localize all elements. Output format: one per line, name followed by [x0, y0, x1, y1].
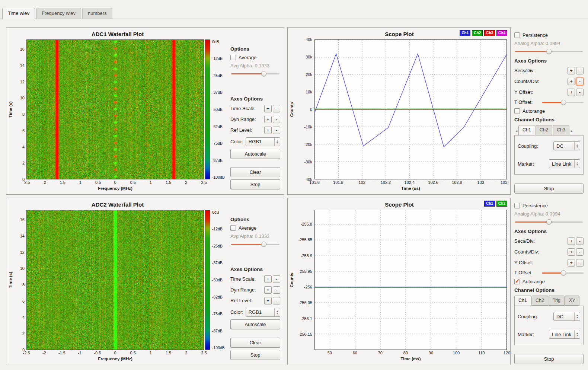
tick-label: 12 — [20, 250, 25, 255]
spinner-arrows-icon[interactable]: ▲▼ — [274, 138, 280, 146]
scope-stop-button[interactable]: Stop — [514, 184, 584, 194]
spinner-arrows-icon[interactable]: ▲▼ — [574, 160, 580, 168]
adc2-waterfall-title: ADC2 Waterfall Plot — [7, 199, 228, 210]
y-offset-plus-button[interactable]: + — [568, 259, 575, 267]
secs-div-minus-button[interactable]: - — [576, 237, 584, 245]
secs-div-plus-button[interactable]: + — [568, 67, 575, 74]
tab-scroll-left-icon[interactable]: ◂ — [514, 129, 518, 135]
scope1-plot[interactable] — [315, 40, 506, 179]
autoscale-button[interactable]: Autoscale — [230, 149, 280, 159]
adc1-waterfall-title: ADC1 Waterfall Plot — [7, 28, 228, 39]
t-offset-slider[interactable] — [542, 99, 584, 105]
marker-select[interactable]: Line Link ▲▼ — [549, 159, 580, 168]
color-label: Color: — [230, 139, 243, 144]
dyn-range-minus-button[interactable]: - — [273, 286, 280, 294]
spinner-arrows-icon[interactable]: ▲▼ — [574, 330, 580, 338]
tab-numbers[interactable]: numbers — [82, 8, 112, 19]
y-offset-minus-button[interactable]: - — [576, 259, 584, 267]
scope1-x-ticks: 101.6101.8102102.2102.4102.6102.8103103. — [314, 179, 507, 185]
tick-label: 103 — [477, 180, 484, 185]
slider-fill — [542, 102, 563, 103]
tab-time-view[interactable]: Time wiev — [2, 8, 35, 19]
slider-thumb[interactable] — [261, 71, 266, 76]
channel-tab-ch1[interactable]: Ch1 — [514, 296, 531, 306]
y-offset-plus-button[interactable]: + — [568, 89, 575, 96]
stop-button[interactable]: Stop — [230, 350, 280, 360]
average-label: Average — [239, 225, 256, 231]
scope-stop-button[interactable]: Stop — [514, 354, 584, 364]
persistence-checkbox[interactable] — [514, 32, 520, 38]
channel-tab-xy[interactable]: XY — [565, 296, 579, 306]
spinner-arrows-icon[interactable]: ▲▼ — [274, 308, 280, 316]
adc2-waterfall-canvas[interactable] — [27, 210, 204, 350]
dyn-range-minus-button[interactable]: - — [273, 116, 280, 123]
stop-button[interactable]: Stop — [230, 179, 280, 189]
autorange-checkbox[interactable] — [514, 279, 520, 284]
average-checkbox[interactable] — [230, 225, 236, 231]
tick-label: -20k — [304, 142, 312, 147]
counts-div-minus-button[interactable]: - — [576, 248, 584, 256]
avg-alpha-slider[interactable] — [231, 241, 279, 247]
tick-label: 1 — [150, 180, 152, 185]
clear-button[interactable]: Clear — [230, 338, 280, 348]
colorbar-label: -62dB — [212, 124, 223, 129]
tick-label: 10 — [20, 96, 25, 100]
slider-thumb[interactable] — [561, 100, 566, 105]
tick-label: 4 — [22, 145, 25, 149]
slider-thumb[interactable] — [546, 219, 552, 224]
time-scale-minus-button[interactable]: - — [273, 105, 280, 112]
adc1-waterfall-canvas[interactable] — [27, 40, 204, 179]
channel-tab-ch2[interactable]: Ch2 — [531, 296, 548, 306]
ref-level-plus-button[interactable]: + — [264, 297, 272, 304]
channel-options-heading: Channel Options — [514, 117, 584, 122]
slider-thumb[interactable] — [561, 270, 566, 275]
coupling-select[interactable]: DC ▲▼ — [553, 312, 580, 321]
average-checkbox[interactable] — [230, 55, 236, 60]
scope2-plot[interactable] — [315, 210, 506, 350]
tick-label: 1.5 — [166, 351, 171, 355]
channel-tab-ch2[interactable]: Ch2 — [536, 125, 552, 135]
slider-thumb[interactable] — [261, 242, 266, 247]
avg-alpha-label: Avg Alpha: 0.1333 — [230, 63, 280, 68]
tab-scroll-right-icon[interactable]: ▸ — [570, 129, 574, 135]
autoscale-button[interactable]: Autoscale — [230, 319, 280, 329]
color-select[interactable]: RGB1 ▲▼ — [246, 137, 280, 146]
channel-tab-ch1[interactable]: Ch1 — [518, 125, 535, 135]
analog-alpha-slider[interactable] — [515, 219, 583, 225]
dyn-range-plus-button[interactable]: + — [264, 286, 272, 294]
spinner-arrows-icon[interactable]: ▲▼ — [574, 312, 580, 320]
tab-frequency-view[interactable]: Frequency wiev — [36, 8, 81, 19]
tick-label: 102.4 — [405, 180, 415, 185]
secs-div-minus-button[interactable]: - — [576, 67, 584, 74]
color-select[interactable]: RGB1 ▲▼ — [246, 308, 280, 317]
legend-chip-ch1: Ch1 — [460, 30, 470, 36]
clear-button[interactable]: Clear — [230, 167, 280, 177]
counts-div-minus-button[interactable]: - — [576, 78, 584, 85]
secs-div-plus-button[interactable]: + — [568, 237, 575, 245]
time-scale-minus-button[interactable]: - — [273, 275, 280, 283]
spinner-arrows-icon[interactable]: ▲▼ — [574, 142, 580, 150]
y-offset-minus-button[interactable]: - — [576, 89, 584, 96]
dyn-range-label: Dyn Range: — [230, 287, 256, 293]
counts-div-plus-button[interactable]: + — [568, 78, 575, 85]
ref-level-minus-button[interactable]: - — [273, 127, 280, 134]
marker-select[interactable]: Line Link ▲▼ — [549, 330, 580, 339]
analog-alpha-slider[interactable] — [515, 48, 583, 54]
channel-tab-trig[interactable]: Trig — [549, 296, 565, 306]
persistence-checkbox[interactable] — [514, 203, 520, 208]
time-scale-plus-button[interactable]: + — [264, 275, 272, 283]
slider-thumb[interactable] — [546, 49, 552, 54]
tick-label: 4 — [22, 315, 25, 320]
coupling-select[interactable]: DC ▲▼ — [553, 141, 580, 150]
avg-alpha-slider[interactable] — [231, 71, 279, 77]
t-offset-slider[interactable] — [542, 270, 584, 276]
ref-level-minus-button[interactable]: - — [273, 297, 280, 304]
channel-tab-ch3[interactable]: Ch3 — [553, 125, 569, 135]
time-scale-plus-button[interactable]: + — [264, 105, 272, 112]
tick-label: 80 — [403, 351, 408, 355]
counts-div-plus-button[interactable]: + — [568, 248, 575, 256]
autorange-checkbox[interactable] — [514, 108, 520, 114]
ref-level-plus-button[interactable]: + — [264, 127, 272, 134]
dyn-range-plus-button[interactable]: + — [264, 116, 272, 123]
t-offset-row: T Offset: — [514, 99, 584, 105]
